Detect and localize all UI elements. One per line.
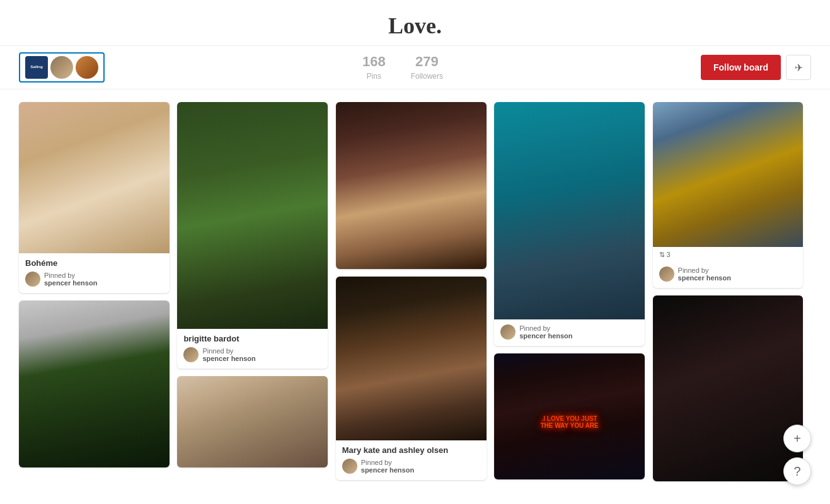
pin-column-2: Mary kate and ashley olsenPinned byspenc…: [336, 102, 487, 488]
pin-by: Pinned byspencer henson: [659, 266, 797, 282]
pin-image-3: [336, 102, 487, 269]
pin-image-2: [177, 102, 328, 329]
pins-label: Pins: [367, 72, 381, 81]
pin-info-1: BohémePinned byspencer henson: [19, 253, 170, 293]
pin-info-2: brigitte bardotPinned byspencer henson: [177, 329, 328, 369]
pinned-by-label: Pinned by: [202, 347, 255, 355]
followers-count: 279: [411, 54, 443, 70]
pin-card-3[interactable]: [336, 102, 487, 269]
pinner-avatar: [25, 272, 40, 287]
pin-image-6: [19, 301, 170, 467]
board-bar: Sailing 168 Pins 279 Followers Follow bo…: [0, 46, 830, 89]
pin-card-2[interactable]: brigitte bardotPinned byspencer henson: [177, 102, 328, 369]
pin-title: Mary kate and ashley olsen: [342, 445, 480, 455]
pinner-info: Pinned byspencer henson: [361, 459, 414, 474]
pin-title: Bohéme: [25, 258, 163, 268]
send-button[interactable]: ✈: [786, 55, 811, 80]
pin-image-7: [177, 376, 328, 467]
neon-overlay-text: .I LOVE YOU JUSTTHE WAY YOU ARE: [540, 415, 598, 429]
pinner-avatar: [342, 459, 357, 474]
pin-card-8[interactable]: Mary kate and ashley olsenPinned byspenc…: [336, 277, 487, 480]
help-fab[interactable]: ?: [783, 457, 811, 485]
pinner-name[interactable]: spencer henson: [361, 466, 414, 474]
pin-by: Pinned byspencer henson: [342, 459, 480, 474]
pin-by: Pinned byspencer henson: [25, 272, 163, 287]
pinner-info: Pinned byspencer henson: [519, 324, 572, 340]
pinner-info: Pinned byspencer henson: [44, 272, 97, 287]
send-icon: ✈: [795, 62, 803, 74]
pinner-name[interactable]: spencer henson: [202, 355, 255, 362]
board-info-left: Sailing: [19, 52, 105, 83]
page-title: Love.: [0, 13, 830, 39]
pinned-by-label: Pinned by: [519, 324, 572, 332]
pin-image-8: [336, 277, 487, 440]
pinned-by-label: Pinned by: [44, 272, 97, 279]
followers-label: Followers: [411, 72, 443, 81]
pin-by: Pinned byspencer henson: [183, 347, 321, 362]
pin-info-5: Pinned byspencer henson: [653, 261, 804, 288]
pin-image-9: .I LOVE YOU JUSTTHE WAY YOU ARE: [494, 353, 645, 479]
pin-card-9[interactable]: .I LOVE YOU JUSTTHE WAY YOU ARE: [494, 353, 645, 479]
pinner-avatar: [659, 266, 674, 282]
page-header: Love.: [0, 0, 830, 46]
pin-card-1[interactable]: BohémePinned byspencer henson: [19, 102, 170, 293]
add-fab[interactable]: +: [783, 425, 811, 452]
pin-image-10: [653, 295, 804, 481]
pin-by: Pinned byspencer henson: [500, 324, 638, 340]
pins-count: 168: [362, 54, 386, 70]
pin-card-4[interactable]: Pinned byspencer henson: [494, 102, 645, 346]
pin-card-6[interactable]: [19, 301, 170, 467]
pin-card-5[interactable]: ⇅ 3Pinned byspencer henson: [653, 102, 804, 288]
board-logo: Sailing: [25, 56, 48, 79]
avatar-2: [76, 56, 98, 79]
pin-image-1: [19, 102, 170, 253]
pin-column-4: ⇅ 3Pinned byspencer henson: [653, 102, 804, 489]
avatar-1: [50, 56, 73, 79]
pin-info-4: Pinned byspencer henson: [494, 319, 645, 346]
pinner-info: Pinned byspencer henson: [202, 347, 255, 362]
pinner-avatar: [500, 324, 516, 340]
pin-column-0: BohémePinned byspencer henson: [19, 102, 170, 475]
pinner-avatar: [183, 347, 199, 362]
pin-repin-count: ⇅ 3: [653, 247, 804, 261]
followers-stat: 279 Followers: [411, 54, 443, 81]
pinner-info: Pinned byspencer henson: [678, 266, 731, 282]
pin-column-1: brigitte bardotPinned byspencer henson: [177, 102, 328, 475]
pinner-name[interactable]: spencer henson: [519, 332, 572, 340]
pin-image-4: [494, 102, 645, 319]
pinner-name[interactable]: spencer henson: [44, 279, 97, 287]
pin-grid: BohémePinned byspencer hensonbrigitte ba…: [0, 89, 830, 501]
help-icon: ?: [793, 464, 800, 479]
pin-card-10[interactable]: [653, 295, 804, 481]
pin-title: brigitte bardot: [183, 334, 321, 343]
avatar-group[interactable]: Sailing: [19, 52, 105, 83]
pinned-by-label: Pinned by: [361, 459, 414, 466]
plus-icon: +: [793, 432, 801, 446]
pins-stat: 168 Pins: [362, 54, 386, 81]
pin-info-8: Mary kate and ashley olsenPinned byspenc…: [336, 440, 487, 480]
pin-column-3: Pinned byspencer henson.I LOVE YOU JUSTT…: [494, 102, 645, 487]
pin-card-7[interactable]: [177, 376, 328, 467]
board-stats: 168 Pins 279 Followers: [362, 54, 443, 81]
board-actions: Follow board ✈: [701, 55, 811, 80]
pinner-name[interactable]: spencer henson: [678, 274, 731, 282]
pin-image-5: [653, 102, 804, 247]
pinned-by-label: Pinned by: [678, 266, 731, 274]
follow-board-button[interactable]: Follow board: [701, 55, 781, 80]
fab-container: + ?: [783, 425, 811, 485]
